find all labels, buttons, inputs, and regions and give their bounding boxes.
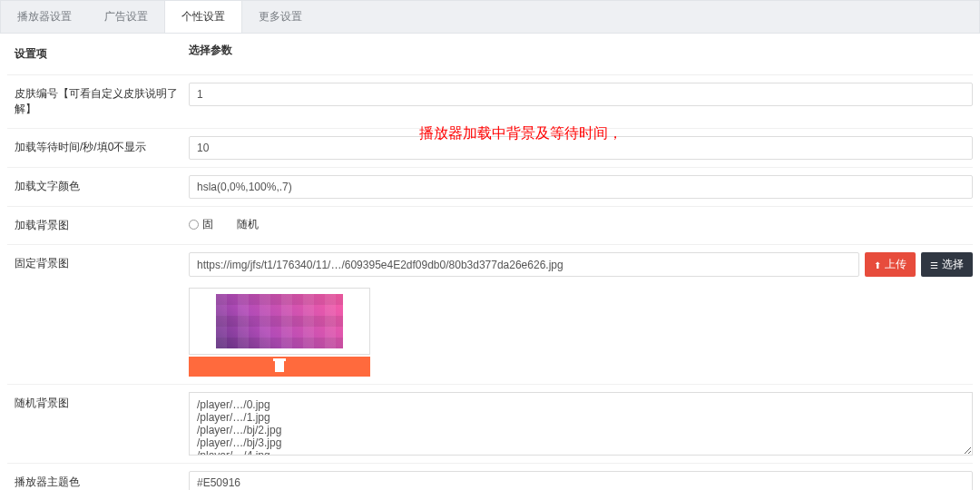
tabs-bar: 播放器设置 广告设置 个性设置 更多设置	[0, 0, 980, 34]
radio-fixed-icon[interactable]	[189, 220, 199, 230]
upload-icon	[874, 259, 881, 271]
annotation-note: 播放器加载中背景及等待时间，	[419, 124, 622, 143]
header-value: 选择参数	[189, 43, 232, 65]
textarea-randombg[interactable]	[189, 392, 973, 456]
radio-bgmode[interactable]: 固 随机	[189, 214, 259, 232]
tab-more[interactable]: 更多设置	[242, 1, 318, 33]
row-fixedbg: 固定背景图 上传 选择	[7, 245, 973, 385]
radio-fixed-label: 固	[202, 217, 213, 232]
label-wait: 加载等待时间/秒/填0不显示	[7, 136, 189, 159]
preview-image	[216, 294, 343, 348]
radio-random-label: 随机	[237, 217, 259, 232]
tab-personal[interactable]: 个性设置	[164, 1, 242, 33]
label-fixedbg: 固定背景图	[7, 252, 189, 275]
table-header: 设置项 选择参数	[7, 34, 973, 75]
row-bgmode: 加载背景图 固 随机	[7, 207, 973, 245]
label-bgmode: 加载背景图	[7, 214, 189, 237]
label-randombg: 随机背景图	[7, 392, 189, 415]
upload-fixedbg-button[interactable]: 上传	[865, 252, 916, 277]
label-theme: 播放器主题色	[7, 471, 189, 490]
input-fixedbg[interactable]	[189, 252, 859, 277]
row-textcolor: 加载文字颜色	[7, 168, 973, 207]
tab-ads[interactable]: 广告设置	[88, 1, 164, 33]
input-theme[interactable]	[189, 471, 973, 490]
input-skin[interactable]	[189, 83, 973, 106]
header-label: 设置项	[7, 43, 189, 65]
tab-player[interactable]: 播放器设置	[1, 1, 88, 33]
delete-fixedbg-button[interactable]	[189, 357, 370, 377]
label-skin: 皮肤编号【可看自定义皮肤说明了解】	[7, 83, 189, 121]
row-randombg: 随机背景图	[7, 385, 973, 464]
fixedbg-preview	[189, 288, 973, 377]
trash-icon	[275, 361, 284, 372]
list-icon	[930, 259, 938, 271]
select-fixedbg-button[interactable]: 选择	[921, 252, 973, 277]
row-skin: 皮肤编号【可看自定义皮肤说明了解】	[7, 75, 973, 129]
label-textcolor: 加载文字颜色	[7, 175, 189, 198]
row-theme: 播放器主题色	[7, 464, 973, 490]
input-textcolor[interactable]	[189, 175, 973, 199]
settings-form: 播放器加载中背景及等待时间， 设置项 选择参数 皮肤编号【可看自定义皮肤说明了解…	[0, 34, 980, 490]
